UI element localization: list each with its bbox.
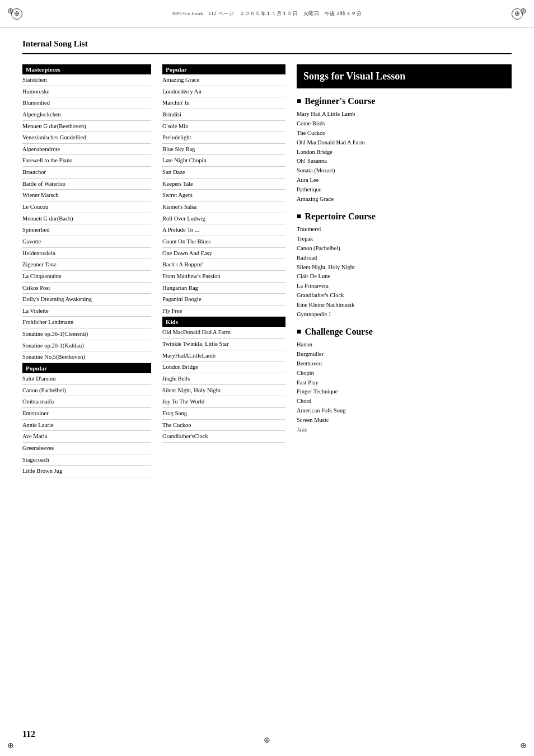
list-item: Wiener Marsch (22, 190, 151, 201)
list-item: Mary Had A Little Lamb (297, 110, 512, 119)
list-item: Frohlicher Landmann (22, 317, 151, 328)
col-middle: PopularAmazing GraceLondonderry AirMarch… (162, 64, 285, 443)
list-item: Menuett G dur(Bach) (22, 213, 151, 225)
list-item: Sun Daze (162, 167, 285, 179)
list-item: A Prelude To ... (162, 224, 285, 236)
list-item: Venezianisches Gondellied (22, 132, 151, 144)
list-item: London Bridge (162, 361, 285, 373)
list-item: Secret Agent (162, 190, 285, 201)
list-item: Pathetique (297, 185, 512, 195)
section-header: Popular (162, 64, 285, 74)
list-item: Amazing Grace (162, 74, 285, 86)
corner-br: ⊕ (517, 739, 530, 752)
list-item: Farewell to the Piano (22, 155, 151, 167)
list-item: Gymnopedie 1 (297, 310, 512, 320)
reg-mark-right (512, 8, 523, 20)
list-item: Alpenabendrote (22, 144, 151, 156)
course-header: Repertoire Course (297, 212, 512, 222)
list-item: Canon (Pachelbel) (22, 385, 151, 397)
list-item: Spinnerlied (22, 224, 151, 236)
list-item: Aura Lee (297, 176, 512, 185)
list-item: Londonderry Air (162, 86, 285, 98)
list-item: Frog Song (162, 408, 285, 420)
list-item: Jingle Bells (162, 373, 285, 385)
col-left: MasterpiecesStandchenHumoreskeBlumenlied… (22, 64, 151, 477)
list-item: MaryHadALittleLamb (162, 350, 285, 362)
list-item: Grandfather's Clock (297, 291, 512, 300)
list-item: Bach's A Boppin' (162, 259, 285, 271)
list-item: Standchen (22, 74, 151, 86)
columns: MasterpiecesStandchenHumoreskeBlumenlied… (22, 64, 512, 477)
header-text: HPI-6-e.book 112 ページ ２００５年１１月１５日 火曜日 午後３… (172, 10, 362, 17)
list-item: Alpenglockchen (22, 109, 151, 121)
list-item: Fast Play (297, 378, 512, 388)
list-item: Trepak (297, 234, 512, 244)
col-right: Songs for Visual LessonBeginner's Course… (297, 64, 512, 434)
list-item: Jazz (297, 425, 512, 435)
corner-bl: ⊕ (4, 739, 17, 752)
list-item: Marchin' In (162, 97, 285, 109)
list-item: Menuett G dur(Beethoven) (22, 121, 151, 133)
section-header: Kids (162, 317, 285, 327)
list-item: Preludelight (162, 132, 285, 144)
list-item: La Violette (22, 306, 151, 317)
list-item: Hanon (297, 340, 512, 350)
list-item: Roll Over Ludwig (162, 213, 285, 225)
page: ⊕ ⊕ ⊕ ⊕ HPI-6-e.book 112 ページ ２００５年１１月１５日… (0, 0, 534, 756)
list-item: La Cinquantaine (22, 271, 151, 283)
list-item: Finger Technique (297, 387, 512, 397)
list-item: Traumerei (297, 225, 512, 234)
section-header: Masterpieces (22, 64, 151, 74)
list-item: Sonata (Mozart) (297, 166, 512, 176)
list-item: Annie Laurie (22, 420, 151, 431)
list-item: Brindisi (162, 109, 285, 121)
list-item: Brautchor (22, 167, 151, 179)
list-item: Beethoven (297, 359, 512, 369)
list-item: Canon (Pachelbel) (297, 244, 512, 253)
list-item: Old MacDonald Had A Farm (162, 327, 285, 339)
list-item: Humoreske (22, 86, 151, 98)
list-item: La Primavera (297, 281, 512, 291)
list-item: Grandfather'sClock (162, 431, 285, 443)
list-item: London Bridge (297, 148, 512, 157)
list-item: Silent Night, Holy Night (297, 263, 512, 273)
course-header: Challenge Course (297, 327, 512, 337)
list-item: Ave Maria (22, 431, 151, 443)
list-item: One Down And Easy (162, 248, 285, 260)
list-item: Silent Night, Holy Night (162, 385, 285, 397)
list-item: Blue Sky Rag (162, 144, 285, 156)
list-item: Ombra maifu (22, 396, 151, 408)
list-item: Entertainer (22, 408, 151, 420)
list-item: Stagecoach (22, 454, 151, 466)
list-item: Gavotte (22, 236, 151, 248)
list-item: Little Brown Jug (22, 466, 151, 477)
list-item: Sonatine op.36-1(Clementi) (22, 328, 151, 340)
list-item: Battle of Waterloo (22, 179, 151, 190)
list-item: O'sole Mio (162, 121, 285, 133)
list-item: Paganini Boogie (162, 294, 285, 306)
page-number: 112 (22, 729, 35, 739)
list-item: Kismet's Salsa (162, 201, 285, 213)
course-header: Beginner's Course (297, 96, 512, 106)
list-item: Keepers Tale (162, 179, 285, 190)
list-item: Twinkle Twinkle, Little Star (162, 339, 285, 350)
list-item: Screen Music (297, 416, 512, 425)
list-item: Csikos Post (22, 283, 151, 294)
page-title: Internal Song List (22, 39, 512, 49)
list-item: American Folk Song (297, 406, 512, 416)
list-item: The Cuckoo (297, 129, 512, 138)
list-item: Fly Free (162, 306, 285, 317)
list-item: Eine Kleine Nachtmusik (297, 300, 512, 310)
list-item: Blumenlied (22, 97, 151, 109)
list-item: Sonatine No.5(Beethoven) (22, 351, 151, 363)
list-item: Greensleeves (22, 443, 151, 454)
list-item: Chord (297, 397, 512, 406)
list-item: Old MacDonald Had A Farm (297, 138, 512, 148)
list-item: Railroad (297, 253, 512, 263)
list-item: Zigeuner Tanz (22, 259, 151, 271)
list-item: Amazing Grace (297, 195, 512, 204)
list-item: The Cuckoo (162, 420, 285, 431)
list-item: Burgmuller (297, 350, 512, 359)
visual-lesson-header: Songs for Visual Lesson (297, 64, 512, 88)
list-item: From Matthew's Passion (162, 271, 285, 283)
